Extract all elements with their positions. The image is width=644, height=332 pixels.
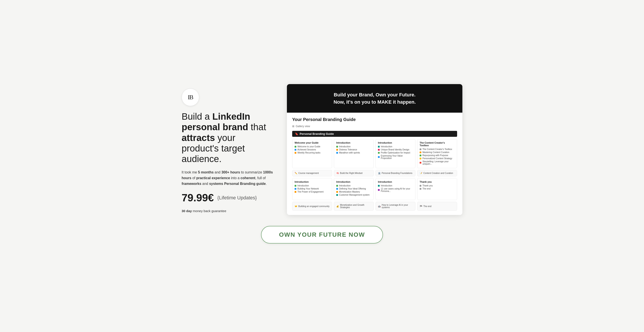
card-item: Introduction [378,145,413,148]
card-item: The Content Creator's Toolbox [420,148,455,150]
dot-icon [336,188,338,190]
view-toggle[interactable]: ⊞ Gallery view [292,125,457,128]
card-monetization: Introduction Introduction Defining Your … [334,178,374,200]
logo-text: IB [188,94,193,101]
card-item: Building Your Network [294,188,330,190]
card-mindset: Introduction Introduction Distress Toler… [334,139,374,168]
course-body: Your Personal Branding Guide ⊞ Gallery v… [287,113,462,215]
section-footer-7: 🤖 How to Leverage AI in your systems [376,202,416,211]
course-guide-title: Your Personal Branding Guide [292,117,457,122]
dot-icon [420,162,421,164]
card-welcome: Welcome your Guide Welcome to your Guide… [292,139,332,168]
card-item: The Power of Engagement [294,191,330,193]
card-item: Repurposing with Purpose [420,154,455,157]
dot-icon [294,185,296,187]
footer-icon: 🤖 [378,205,380,207]
grid-bottom-labels-2: 🤝 Building an engaged community 💰 Moneti… [292,202,457,211]
card-engagement: Introduction Introduction Building Your … [292,178,332,200]
dot-icon [336,149,338,151]
dot-icon [294,188,296,190]
course-header-line1: Build your Brand, Own your Future. [296,91,454,98]
dot-icon [336,152,338,154]
headline-part2: that [248,122,266,132]
grid-row-2: Introduction Introduction Building Your … [292,178,457,200]
card-item: 11 use cases using AI for your Persona..… [378,188,413,192]
section-footer-5: 🤝 Building an engaged community [292,202,332,211]
course-preview: Build your Brand, Own your Future. Now, … [287,84,462,215]
dot-icon [420,185,421,187]
price: 79.99€ [182,192,214,204]
card-item: Monetization Mastery [336,191,371,193]
dot-icon [336,191,338,193]
headline: Build a LinkedIn personal brand that att… [182,111,274,164]
dot-icon [420,152,421,153]
footer-icon: 💰 [336,205,339,207]
guarantee-days: 30 day [182,209,192,213]
card-ai: Introduction Introduction 11 use cases u… [376,178,416,200]
course-header: Build your Brand, Own your Future. Now, … [287,84,462,113]
footer-icon: 🏛️ [378,172,380,174]
card-end: Thank you Thank you The end [417,178,457,200]
section-footer-4: 📝 Content Creation and Curation [417,170,457,176]
course-header-line2: Now, it's on you to MAKE it happen. [296,98,454,106]
card-item: Unique Brand Identity Design [378,148,413,151]
course-header-title: Build your Brand, Own your Future. Now, … [296,91,454,106]
left-panel: IB Build a LinkedIn personal brand that … [182,84,274,213]
page-wrapper: IB Build a LinkedIn personal brand that … [168,84,476,243]
dot-icon [294,191,296,193]
card-item: Profile Optimization for Impact [378,152,413,154]
grid-row-1: Welcome your Guide Welcome to your Guide… [292,139,457,168]
card-item: Distress Tolerance [336,148,371,151]
dot-icon [420,148,421,150]
dot-icon [336,194,338,196]
dot-icon [336,146,338,148]
section-footer-1: ✏️ Course management [292,170,332,176]
section-label: Personal Branding Guide [300,132,334,136]
card-item: Welcome to your Guide [294,145,330,148]
gallery-icon: ⊞ [292,125,294,128]
card-item: Introduction [336,184,371,187]
card-item: Introduction [378,184,413,187]
dot-icon [378,189,380,191]
card-item: Defining Your Ideal Offering [336,188,371,190]
grid-bottom-labels-1: ✏️ Course management 🧠 Build the Right M… [292,170,457,176]
card-content: The Content Creator's Toolbox The Conten… [417,139,457,168]
card-item: Introduction [294,184,330,187]
guarantee: 30 day money back guarantee [182,209,274,213]
section-header: 🔖 Personal Branding Guide [292,131,457,137]
dot-icon [294,152,296,154]
dot-icon [378,146,380,148]
lifetime-label: {Lifetime Updates} [217,195,257,201]
card-item: Personalized Content Strategy [420,157,455,160]
section-footer-2: 🧠 Build the Right Mindset [334,170,374,176]
section-footer-3: 🏛️ Personal Branding Foundations [376,170,416,176]
dot-icon [294,146,296,148]
section-footer-6: 💰 Monetization and Growth Strategies [334,202,374,211]
footer-icon: 🧠 [336,172,339,174]
footer-icon: 📝 [420,172,422,174]
dot-icon [420,155,421,156]
dot-icon [378,156,380,158]
view-label: Gallery view [296,125,310,128]
card-item: Expressing Your Value Proposition [378,155,413,159]
footer-icon: ✏️ [294,172,297,174]
logo-circle: IB [182,89,199,106]
card-item: Storytelling: Leverage your uniquen... [420,160,455,165]
footer-icon: 🤝 [294,205,297,207]
dot-icon [378,152,380,154]
price-row: 79.99€ {Lifetime Updates} [182,192,274,204]
card-item: Achieved Sessions [294,148,330,151]
footer-icon: 🏁 [420,205,422,207]
dot-icon [294,149,296,151]
cta-wrapper: OWN YOUR FUTURE NOW [168,226,476,243]
card-item: Weekly Recurring tasks [294,152,330,154]
headline-bold2: attracts [182,133,215,143]
dot-icon [378,185,380,187]
card-item: Customer Management system [336,194,371,196]
dot-icon [378,149,380,151]
card-item: Mastering Content Curation [420,151,455,153]
cta-button[interactable]: OWN YOUR FUTURE NOW [261,226,383,243]
card-item: Thank you [420,184,455,187]
card-item: The end [420,188,455,190]
dot-icon [420,188,421,190]
